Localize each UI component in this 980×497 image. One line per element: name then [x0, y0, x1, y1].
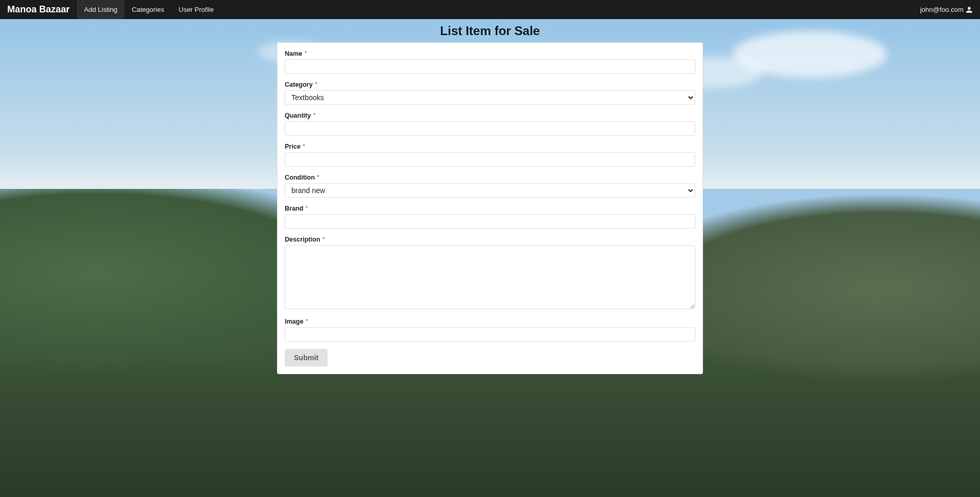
- required-star: *: [303, 143, 305, 149]
- label-price: Price *: [285, 143, 695, 150]
- required-star: *: [313, 112, 315, 118]
- name-input[interactable]: [285, 59, 695, 74]
- nav-user-label: john@foo.com: [920, 6, 963, 13]
- label-image: Image *: [285, 318, 695, 325]
- brand-input[interactable]: [285, 214, 695, 229]
- navbar: Manoa Bazaar Add Listing Categories User…: [0, 0, 980, 19]
- required-star: *: [306, 318, 308, 324]
- field-image: Image *: [285, 318, 695, 342]
- field-price: Price *: [285, 143, 695, 167]
- price-input[interactable]: [285, 152, 695, 167]
- label-description-text: Description: [285, 236, 320, 243]
- field-quantity: Quantity *: [285, 112, 695, 136]
- required-star: *: [305, 50, 307, 56]
- label-brand: Brand *: [285, 205, 695, 212]
- nav-item-user-profile[interactable]: User Profile: [171, 0, 221, 19]
- nav-item-categories[interactable]: Categories: [124, 0, 171, 19]
- nav-user-menu[interactable]: john@foo.com: [913, 0, 980, 19]
- label-price-text: Price: [285, 143, 301, 150]
- label-condition-text: Condition: [285, 174, 315, 181]
- form-panel: Name * Category * Textbooks Quantity * P…: [277, 42, 703, 374]
- user-icon: [966, 6, 973, 13]
- category-select[interactable]: Textbooks: [285, 90, 695, 105]
- required-star: *: [306, 205, 308, 211]
- label-brand-text: Brand: [285, 205, 303, 212]
- required-star: *: [322, 236, 324, 242]
- required-star: *: [315, 81, 317, 87]
- navbar-brand[interactable]: Manoa Bazaar: [0, 0, 77, 19]
- label-category: Category *: [285, 81, 695, 88]
- required-star: *: [317, 174, 319, 180]
- field-category: Category * Textbooks: [285, 81, 695, 105]
- label-category-text: Category: [285, 81, 313, 88]
- condition-select[interactable]: brand new: [285, 183, 695, 198]
- label-name-text: Name: [285, 50, 302, 57]
- label-condition: Condition *: [285, 174, 695, 181]
- image-input[interactable]: [285, 327, 695, 342]
- field-name: Name *: [285, 50, 695, 74]
- description-textarea[interactable]: [285, 245, 695, 309]
- label-quantity-text: Quantity: [285, 112, 311, 119]
- page-title: List Item for Sale: [277, 24, 703, 38]
- submit-button[interactable]: Submit: [285, 349, 328, 366]
- nav-item-add-listing[interactable]: Add Listing: [77, 0, 124, 19]
- quantity-input[interactable]: [285, 121, 695, 136]
- field-brand: Brand *: [285, 205, 695, 229]
- main-container: List Item for Sale Name * Category * Tex…: [277, 19, 703, 390]
- label-image-text: Image: [285, 318, 303, 325]
- label-description: Description *: [285, 236, 695, 243]
- field-condition: Condition * brand new: [285, 174, 695, 198]
- label-quantity: Quantity *: [285, 112, 695, 119]
- field-description: Description *: [285, 236, 695, 311]
- label-name: Name *: [285, 50, 695, 57]
